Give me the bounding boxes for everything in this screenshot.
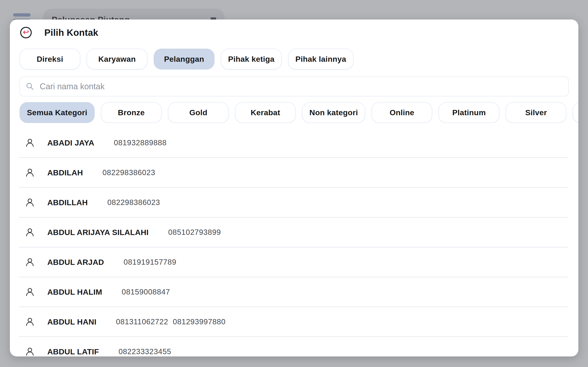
contact-type-tabs: Direksi Karyawan Pelanggan Pihak ketiga … (19, 49, 569, 70)
contact-phone-numbers: 08159008847 (122, 288, 170, 296)
contact-list: ABADI JAYA 081932889888 ABDILAH 08229838… (10, 128, 578, 357)
tab-label: Pihak lainnya (295, 55, 346, 64)
person-icon (25, 317, 34, 326)
contact-type-tab[interactable]: Karyawan (87, 49, 147, 70)
person-icon (25, 138, 34, 147)
category-chip[interactable]: Gold (168, 102, 229, 123)
pilih-kontak-modal: ↩ Pilih Kontak Direksi Karyawan Pelangga… (10, 19, 578, 357)
contact-row[interactable]: ABDILAH 082298386023 (19, 158, 569, 188)
modal-title: Pilih Kontak (44, 27, 98, 38)
tab-label: Direksi (37, 55, 63, 64)
contact-type-tab[interactable]: Direksi (19, 49, 80, 70)
contact-row[interactable]: ABDUL HALIM 08159008847 (19, 277, 569, 307)
back-arrow-icon: ↩ (23, 28, 29, 36)
contact-type-tab[interactable]: Pelanggan (154, 49, 214, 70)
contact-row[interactable]: ABADI JAYA 081932889888 (19, 128, 569, 158)
search-icon (26, 82, 34, 91)
contact-name: ABDUL LATIF (47, 347, 99, 356)
chip-label: Online (390, 108, 414, 117)
contact-name: ABDUL HANI (47, 317, 96, 326)
category-chip[interactable]: V (573, 102, 578, 123)
contact-type-tab[interactable]: Pihak lainnya (288, 49, 353, 70)
contact-phone-numbers: 082298386023 (102, 168, 155, 177)
tab-label: Pelanggan (164, 55, 204, 64)
person-icon (25, 168, 34, 177)
category-chip[interactable]: Non kategori (302, 102, 365, 123)
contact-name: ABDUL ARJAD (47, 258, 104, 267)
chip-label: Non kategori (309, 108, 358, 117)
contact-row[interactable]: ABDUL HANI 081311062722 081293997880 (19, 307, 569, 337)
chip-label: Platinum (452, 108, 486, 117)
contact-type-tab[interactable]: Pihak ketiga (221, 49, 282, 70)
chip-label: Kerabat (251, 108, 280, 117)
person-icon (25, 258, 34, 267)
search-input[interactable] (39, 77, 568, 96)
contact-name: ABDUL ARIJAYA SILALAHI (47, 228, 149, 237)
contact-phone-numbers: 081311062722 081293997880 (116, 317, 226, 326)
person-icon (25, 228, 34, 237)
screen: { "background": { "dimmed_page_title": "… (0, 0, 588, 367)
contact-phone-numbers: 085102793899 (168, 228, 221, 237)
category-chip[interactable]: Kerabat (235, 102, 296, 123)
category-chip[interactable]: Silver (505, 102, 566, 123)
category-chip[interactable]: Bronze (101, 102, 162, 123)
contact-phone-numbers: 082298386023 (107, 198, 160, 207)
contact-name: ABDUL HALIM (47, 288, 102, 297)
chip-label: Gold (189, 108, 207, 117)
contact-name: ABDILLAH (47, 198, 88, 207)
chip-label: Bronze (118, 108, 145, 117)
contact-name: ABDILAH (47, 168, 83, 177)
contact-phone-numbers: 081932889888 (114, 138, 167, 147)
person-icon (25, 287, 34, 297)
contact-phone-numbers: 081919157789 (124, 258, 176, 267)
person-icon (25, 347, 34, 356)
tab-label: Pihak ketiga (228, 55, 274, 64)
chip-label: Semua Kategori (27, 108, 87, 117)
contact-row[interactable]: ABDUL LATIF 082233323455 (19, 337, 569, 357)
category-chips: Semua Kategori Bronze Gold Kerabat Non k… (19, 102, 578, 123)
contact-row[interactable]: ABDILLAH 082298386023 (19, 188, 569, 217)
tab-label: Karyawan (98, 55, 136, 64)
person-icon (25, 198, 34, 207)
contact-row[interactable]: ABDUL ARIJAYA SILALAHI 085102793899 (19, 217, 569, 247)
chip-label: Silver (525, 108, 547, 117)
category-chip[interactable]: Platinum (438, 102, 499, 123)
category-chip[interactable]: Semua Kategori (19, 102, 95, 123)
category-chip[interactable]: Online (371, 102, 432, 123)
contact-name: ABADI JAYA (47, 138, 94, 147)
contact-phone-numbers: 082233323455 (119, 347, 171, 356)
search-box (19, 76, 569, 96)
modal-header: ↩ Pilih Kontak (20, 27, 578, 38)
hamburger-bar (13, 13, 31, 17)
back-button[interactable]: ↩ (20, 27, 32, 38)
contact-row[interactable]: ABDUL ARJAD 081919157789 (19, 247, 569, 277)
